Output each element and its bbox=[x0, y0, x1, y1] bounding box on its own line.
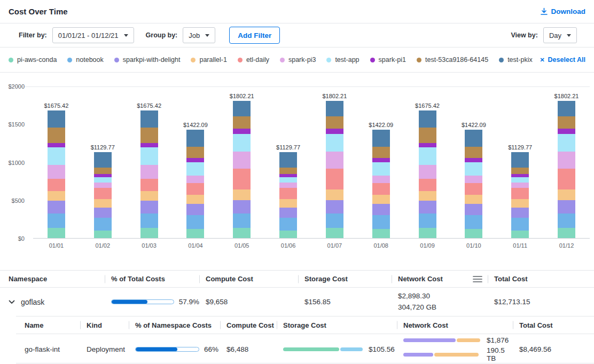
bar-segment-pi-aws-conda[interactable] bbox=[48, 228, 65, 238]
legend-item-etl-daily[interactable]: etl-daily bbox=[238, 56, 269, 64]
group-by-dropdown[interactable]: Job bbox=[183, 27, 215, 43]
bar-segment-notebook[interactable] bbox=[186, 215, 204, 229]
bar-segment-sparkpi-with-delight[interactable] bbox=[94, 208, 112, 218]
legend-item-test-app[interactable]: test-app bbox=[326, 56, 359, 64]
bar-segment-parallel-1[interactable] bbox=[186, 195, 204, 204]
legend-item-spark-pi1[interactable]: spark-pi1 bbox=[370, 56, 406, 64]
bar-segment-notebook[interactable] bbox=[48, 213, 65, 228]
bar-segment-spark-pi3[interactable] bbox=[140, 165, 158, 179]
bar-segment-notebook[interactable] bbox=[279, 218, 297, 231]
bar-segment-spark-pi1[interactable] bbox=[326, 129, 343, 134]
bar-segment-sparkpi-with-delight[interactable] bbox=[233, 200, 251, 214]
bar-segment-test-53ca9186-64145[interactable] bbox=[419, 128, 436, 143]
bar-segment-etl-daily[interactable] bbox=[326, 169, 343, 189]
bar-segment-parallel-1[interactable] bbox=[372, 195, 390, 204]
bar-segment-parallel-1[interactable] bbox=[94, 199, 112, 208]
legend-item-spark-pi3[interactable]: spark-pi3 bbox=[280, 56, 316, 64]
bar-segment-test-53ca9186-64145[interactable] bbox=[372, 147, 390, 158]
bar-segment-test-pkix[interactable] bbox=[465, 130, 482, 147]
bar-segment-test-53ca9186-64145[interactable] bbox=[140, 128, 158, 143]
bar-segment-test-53ca9186-64145[interactable] bbox=[233, 116, 251, 129]
bar-segment-spark-pi1[interactable] bbox=[186, 158, 204, 162]
bar-segment-sparkpi-with-delight[interactable] bbox=[279, 208, 297, 218]
bar-segment-spark-pi1[interactable] bbox=[558, 129, 575, 134]
bar-segment-test-pkix[interactable] bbox=[233, 101, 251, 116]
bar-segment-etl-daily[interactable] bbox=[48, 179, 65, 191]
column-settings-icon[interactable] bbox=[473, 275, 482, 283]
bar-segment-pi-aws-conda[interactable] bbox=[94, 231, 112, 238]
bar-segment-parallel-1[interactable] bbox=[233, 189, 251, 200]
bar-segment-sparkpi-with-delight[interactable] bbox=[326, 200, 343, 214]
bar-01/03[interactable]: $1675.42 bbox=[126, 86, 173, 238]
bar-segment-parallel-1[interactable] bbox=[511, 199, 529, 208]
bar-segment-test-pkix[interactable] bbox=[511, 152, 529, 167]
download-button[interactable]: Download bbox=[540, 7, 586, 15]
bar-segment-pi-aws-conda[interactable] bbox=[233, 228, 251, 238]
bar-segment-parallel-1[interactable] bbox=[279, 199, 297, 208]
bar-segment-test-app[interactable] bbox=[465, 162, 482, 176]
bar-segment-test-app[interactable] bbox=[419, 147, 436, 165]
bar-segment-sparkpi-with-delight[interactable] bbox=[372, 204, 390, 215]
bar-segment-spark-pi3[interactable] bbox=[279, 183, 297, 188]
bar-segment-test-app[interactable] bbox=[48, 147, 65, 165]
bar-segment-etl-daily[interactable] bbox=[465, 183, 482, 194]
bar-segment-notebook[interactable] bbox=[511, 218, 529, 231]
bar-segment-sparkpi-with-delight[interactable] bbox=[465, 204, 482, 215]
bar-segment-spark-pi3[interactable] bbox=[186, 176, 204, 183]
bar-segment-test-app[interactable] bbox=[558, 134, 575, 152]
bar-segment-test-53ca9186-64145[interactable] bbox=[465, 147, 482, 158]
bar-segment-test-53ca9186-64145[interactable] bbox=[558, 116, 575, 129]
bar-segment-notebook[interactable] bbox=[94, 218, 112, 231]
bar-segment-notebook[interactable] bbox=[233, 213, 251, 228]
bar-segment-pi-aws-conda[interactable] bbox=[558, 228, 575, 238]
bar-segment-notebook[interactable] bbox=[465, 215, 482, 229]
bar-segment-sparkpi-with-delight[interactable] bbox=[558, 200, 575, 214]
bar-segment-spark-pi1[interactable] bbox=[419, 143, 436, 148]
bar-01/06[interactable]: $1129.77 bbox=[265, 86, 311, 238]
bar-segment-test-53ca9186-64145[interactable] bbox=[186, 147, 204, 158]
bar-segment-parallel-1[interactable] bbox=[48, 191, 65, 201]
bar-segment-test-app[interactable] bbox=[186, 162, 204, 176]
bar-01/05[interactable]: $1802.21 bbox=[218, 86, 265, 238]
bar-segment-test-app[interactable] bbox=[140, 147, 158, 165]
bar-segment-notebook[interactable] bbox=[419, 213, 436, 228]
bar-segment-test-53ca9186-64145[interactable] bbox=[279, 168, 297, 175]
bar-segment-pi-aws-conda[interactable] bbox=[465, 229, 482, 238]
bar-segment-test-pkix[interactable] bbox=[326, 101, 343, 116]
bar-segment-spark-pi1[interactable] bbox=[233, 129, 251, 134]
bar-01/12[interactable]: $1802.21 bbox=[543, 86, 590, 238]
bar-01/08[interactable]: $1422.09 bbox=[358, 86, 404, 238]
bar-segment-notebook[interactable] bbox=[140, 213, 158, 228]
legend-item-sparkpi-with-delight[interactable]: sparkpi-with-delight bbox=[114, 56, 181, 64]
bar-segment-test-53ca9186-64145[interactable] bbox=[511, 168, 529, 175]
bar-segment-etl-daily[interactable] bbox=[94, 188, 112, 199]
bar-segment-test-app[interactable] bbox=[233, 134, 251, 152]
bar-segment-pi-aws-conda[interactable] bbox=[279, 231, 297, 238]
bar-segment-etl-daily[interactable] bbox=[233, 169, 251, 189]
date-range-dropdown[interactable]: 01/01/21 - 01/12/21 bbox=[52, 27, 134, 43]
bar-segment-sparkpi-with-delight[interactable] bbox=[48, 201, 65, 213]
bar-segment-test-app[interactable] bbox=[94, 177, 112, 183]
bar-segment-spark-pi1[interactable] bbox=[372, 158, 390, 162]
bar-segment-etl-daily[interactable] bbox=[511, 188, 529, 199]
bar-segment-spark-pi1[interactable] bbox=[48, 143, 65, 148]
bar-segment-etl-daily[interactable] bbox=[372, 183, 390, 194]
legend-item-test-pkix[interactable]: test-pkix bbox=[499, 56, 533, 64]
bar-segment-test-pkix[interactable] bbox=[94, 152, 112, 167]
bar-segment-test-pkix[interactable] bbox=[186, 130, 204, 147]
legend-item-test-53ca9186-64145[interactable]: test-53ca9186-64145 bbox=[417, 56, 488, 64]
bar-segment-notebook[interactable] bbox=[326, 213, 343, 228]
bar-segment-pi-aws-conda[interactable] bbox=[186, 229, 204, 238]
collapse-chevron-icon[interactable] bbox=[9, 300, 15, 304]
bar-segment-parallel-1[interactable] bbox=[326, 189, 343, 200]
bar-segment-pi-aws-conda[interactable] bbox=[326, 228, 343, 238]
bar-segment-test-53ca9186-64145[interactable] bbox=[48, 128, 65, 143]
bar-01/11[interactable]: $1129.77 bbox=[497, 86, 543, 238]
bar-segment-spark-pi3[interactable] bbox=[94, 183, 112, 188]
bar-segment-spark-pi3[interactable] bbox=[48, 165, 65, 179]
bar-segment-parallel-1[interactable] bbox=[558, 189, 575, 200]
bar-segment-test-pkix[interactable] bbox=[279, 152, 297, 167]
bar-segment-etl-daily[interactable] bbox=[558, 169, 575, 189]
bar-segment-etl-daily[interactable] bbox=[419, 179, 436, 191]
workload-row-go-flask-int[interactable]: go-flask-int Deployment 66% $6,488 $105.… bbox=[16, 334, 594, 363]
